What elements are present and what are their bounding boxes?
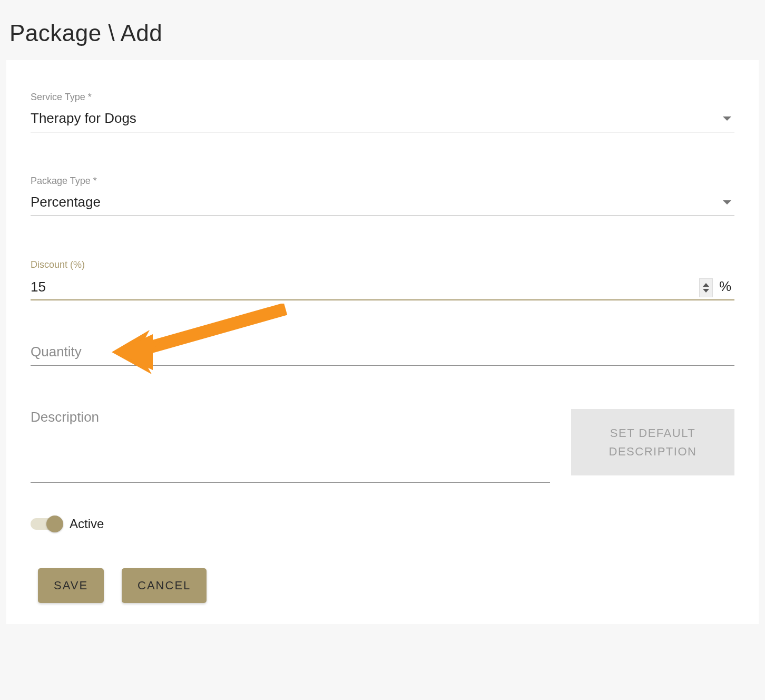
toggle-knob <box>46 516 63 532</box>
quantity-stepper[interactable] <box>699 278 713 297</box>
active-label: Active <box>70 517 104 531</box>
page-title: Package \ Add <box>9 20 765 46</box>
caret-down-icon <box>723 116 731 121</box>
annotation-arrow-icon <box>112 304 301 377</box>
active-toggle[interactable] <box>31 518 60 530</box>
service-type-field: Service Type * Therapy for Dogs <box>31 92 734 132</box>
step-down-icon[interactable] <box>703 289 709 293</box>
discount-label: Discount (%) <box>31 259 734 270</box>
caret-down-icon <box>723 200 731 205</box>
form-card: Service Type * Therapy for Dogs Package … <box>6 60 759 624</box>
cancel-button[interactable]: CANCEL <box>122 568 207 603</box>
service-type-value: Therapy for Dogs <box>31 110 136 127</box>
package-type-select[interactable]: Percentage <box>31 192 734 216</box>
package-type-label: Package Type * <box>31 176 734 187</box>
package-type-value: Percentage <box>31 194 101 210</box>
quantity-field <box>31 344 734 366</box>
discount-input[interactable] <box>31 276 699 299</box>
service-type-label: Service Type * <box>31 92 734 103</box>
description-label: Description <box>31 409 550 425</box>
active-row: Active <box>31 517 734 531</box>
description-block: Description SET DEFAULT DESCRIPTION <box>31 409 734 485</box>
service-type-select[interactable]: Therapy for Dogs <box>31 108 734 132</box>
set-default-description-button[interactable]: SET DEFAULT DESCRIPTION <box>571 409 734 475</box>
save-button[interactable]: SAVE <box>38 568 104 603</box>
description-textarea[interactable] <box>31 457 550 483</box>
package-type-field: Package Type * Percentage <box>31 176 734 216</box>
actions-row: SAVE CANCEL <box>38 568 734 603</box>
quantity-input[interactable] <box>31 344 734 360</box>
discount-field: Discount (%) % <box>31 259 734 300</box>
discount-unit: % <box>718 278 734 297</box>
step-up-icon[interactable] <box>703 283 709 287</box>
